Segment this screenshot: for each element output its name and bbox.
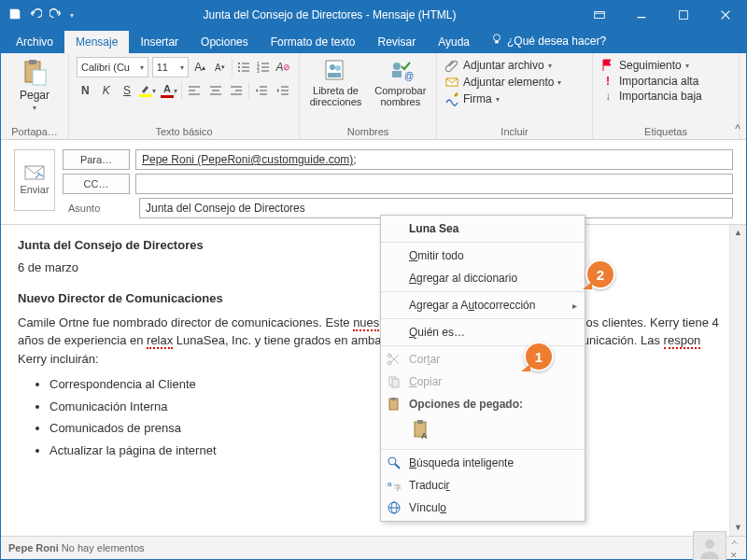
status-text: No hay elementos — [62, 542, 145, 553]
font-color-button[interactable]: A▾ — [161, 81, 177, 100]
ctx-ignore-all[interactable]: Omitir todo — [381, 245, 585, 267]
tab-archivo[interactable]: Archivo — [5, 31, 64, 53]
message-header: Enviar Para… Pepe Roni (PepeRoni@customg… — [1, 140, 746, 224]
attach-item-button[interactable]: Adjuntar elemento ▾ — [444, 74, 585, 91]
body-heading: Junta del Consejo de Directores — [18, 236, 729, 255]
underline-button[interactable]: S — [119, 81, 135, 100]
ctx-add-dictionary[interactable]: Agregar al diccionario — [381, 267, 585, 289]
status-name: Pepe Roni — [8, 542, 59, 553]
redo-icon[interactable] — [49, 7, 63, 23]
shrink-font-button[interactable]: A▾ — [212, 58, 228, 77]
clear-format-button[interactable]: A⊘ — [275, 58, 291, 77]
ctx-cut: Cortar — [381, 348, 585, 371]
group-names-label: Nombres — [307, 124, 429, 137]
svg-rect-55 — [417, 420, 423, 424]
align-center-button[interactable] — [206, 81, 223, 100]
font-size-select[interactable]: 11▾ — [152, 57, 189, 77]
low-importance-button[interactable]: ↓Importancia baja — [600, 89, 731, 104]
group-clipboard-label: Portapa… — [8, 124, 61, 137]
scrollbar[interactable]: ▲▼ — [729, 225, 746, 536]
qat-more-icon[interactable]: ▾ — [70, 11, 74, 20]
svg-point-13 — [238, 66, 240, 68]
tab-opciones[interactable]: Opciones — [190, 31, 260, 53]
to-field[interactable]: Pepe Roni (PepeRoni@customguide.com); — [135, 149, 733, 170]
tab-formato[interactable]: Formato de texto — [260, 31, 367, 53]
svg-line-58 — [395, 464, 400, 469]
address-book-button[interactable]: Libreta de direcciones — [306, 57, 366, 107]
tab-insertar[interactable]: Insertar — [129, 31, 190, 53]
spell-error[interactable]: relax — [147, 333, 173, 349]
paste-button[interactable]: Pegar ▾ — [8, 57, 61, 114]
paste-label: Pegar — [20, 89, 49, 102]
svg-rect-41 — [328, 73, 341, 77]
cc-button[interactable]: CC… — [63, 174, 130, 194]
ctx-link[interactable]: Vínculo — [381, 497, 585, 519]
ctx-who-is[interactable]: Quién es… — [381, 321, 585, 343]
svg-rect-43 — [392, 71, 402, 77]
svg-text:@: @ — [404, 71, 414, 81]
svg-point-57 — [388, 457, 396, 465]
tab-mensaje[interactable]: Mensaje — [64, 31, 129, 53]
tab-ayuda[interactable]: Ayuda — [427, 31, 481, 53]
svg-point-42 — [393, 63, 401, 70]
attach-file-button[interactable]: Adjuntar archivo ▾ — [444, 57, 585, 74]
svg-rect-7 — [495, 41, 499, 44]
svg-rect-9 — [29, 60, 36, 64]
cc-field[interactable] — [135, 174, 733, 194]
ctx-copy: Copiar — [381, 371, 585, 393]
outdent-button[interactable] — [253, 81, 270, 100]
ctx-translate[interactable]: a字Traducir — [381, 474, 585, 497]
paste-keep-text-button[interactable]: A — [409, 417, 435, 443]
follow-up-button[interactable]: Seguimiento ▾ — [600, 57, 731, 74]
callout-2: 2 — [585, 259, 615, 289]
svg-text:3: 3 — [257, 68, 260, 74]
group-text-label: Texto básico — [77, 124, 291, 137]
ctx-paste-options-header: Opciones de pegado: — [381, 393, 585, 415]
signature-button[interactable]: Firma ▾ — [444, 91, 585, 107]
ctx-suggestion[interactable]: Luna Sea — [381, 217, 585, 240]
high-importance-button[interactable]: !Importancia alta — [600, 74, 731, 89]
send-button[interactable]: Enviar — [14, 149, 55, 211]
body-paragraph: Camile Ortne fue nombrado director de co… — [18, 314, 729, 369]
italic-button[interactable]: K — [97, 81, 114, 100]
undo-icon[interactable] — [29, 7, 42, 23]
window-title: Junta del Consejo de Directores - Mensaj… — [81, 8, 578, 21]
minimize-button[interactable] — [620, 1, 662, 29]
bullets-button[interactable] — [236, 58, 252, 77]
tab-revisar[interactable]: Revisar — [366, 31, 427, 53]
body-date: 6 de marzo — [18, 259, 729, 277]
people-pane-up-icon[interactable]: ㅅ — [730, 537, 739, 549]
lightbulb-icon — [490, 33, 503, 49]
collapse-ribbon-icon[interactable]: ^ — [735, 122, 740, 135]
spell-error[interactable]: nues — [353, 315, 379, 331]
translate-icon: a字 — [387, 478, 402, 493]
ctx-smart-lookup[interactable]: Búsqueda inteligente — [381, 452, 585, 474]
numbering-button[interactable]: 123 — [256, 58, 272, 77]
align-left-button[interactable] — [186, 81, 203, 100]
check-names-button[interactable]: @ Comprobar nombres — [371, 57, 430, 107]
svg-point-15 — [238, 70, 240, 72]
svg-rect-3 — [679, 11, 687, 20]
spell-error[interactable]: respon — [664, 333, 701, 349]
indent-button[interactable] — [275, 81, 291, 100]
ribbon: Pegar ▾ Portapa… Calibri (Cu▾ 11▾ A▴ A▾ … — [1, 53, 746, 140]
ctx-autocorrect[interactable]: Agregar a Autocorrección▸ — [381, 294, 585, 316]
ctx-paste-options: A — [381, 415, 585, 447]
grow-font-button[interactable]: A▴ — [192, 58, 208, 77]
to-button[interactable]: Para… — [63, 149, 130, 170]
message-body[interactable]: ▲▼ Junta del Consejo de Directores 6 de … — [1, 224, 746, 536]
save-icon[interactable] — [8, 7, 21, 23]
highlight-button[interactable]: ▾ — [139, 81, 156, 100]
message-window: ▾ Junta del Consejo de Directores - Mens… — [0, 0, 747, 560]
title-bar: ▾ Junta del Consejo de Directores - Mens… — [1, 1, 746, 29]
close-button[interactable] — [704, 1, 746, 29]
people-pane-close-icon[interactable]: ✕ — [730, 551, 739, 560]
context-menu: Luna Sea Omitir todo Agregar al dicciona… — [380, 215, 585, 522]
group-tags-label: Etiquetas — [600, 124, 731, 137]
bold-button[interactable]: N — [77, 81, 93, 100]
font-family-select[interactable]: Calibri (Cu▾ — [77, 57, 148, 77]
align-right-button[interactable] — [228, 81, 245, 100]
tell-me[interactable]: ¿Qué desea hacer? — [481, 28, 615, 53]
maximize-button[interactable] — [662, 1, 704, 29]
ribbon-display-button[interactable] — [578, 1, 620, 29]
